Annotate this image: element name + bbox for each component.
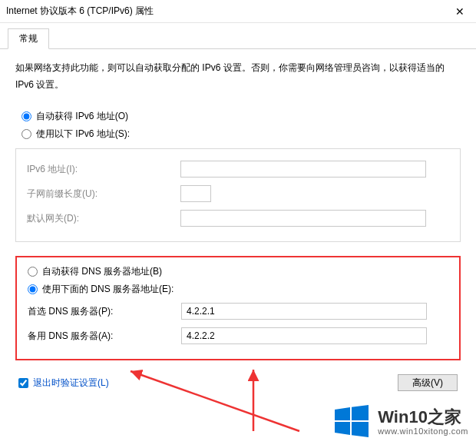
watermark: Win10之家 www.win10xitong.com bbox=[333, 403, 468, 440]
radio-manual-dns[interactable] bbox=[28, 284, 38, 294]
radio-auto-dns-label: 自动获得 DNS 服务器地址(B) bbox=[42, 265, 162, 278]
prefix-length-label: 子网前缀长度(U): bbox=[27, 187, 180, 201]
validate-on-exit-checkbox[interactable] bbox=[18, 378, 28, 388]
advanced-button[interactable]: 高级(V) bbox=[398, 374, 458, 391]
ipv6-address-input bbox=[180, 161, 426, 178]
validate-on-exit-row[interactable]: 退出时验证设置(L) bbox=[18, 377, 109, 390]
field-default-gateway: 默认网关(D): bbox=[27, 206, 449, 231]
watermark-title: Win10之家 bbox=[378, 408, 468, 426]
content-area: 如果网络支持此功能，则可以自动获取分配的 IPv6 设置。否则，你需要向网络管理… bbox=[0, 49, 476, 399]
tab-strip: 常规 bbox=[0, 23, 476, 49]
close-icon: ✕ bbox=[455, 5, 464, 18]
radio-auto-dns[interactable] bbox=[28, 267, 38, 277]
alternate-dns-input[interactable] bbox=[181, 327, 427, 344]
svg-marker-2 bbox=[335, 407, 350, 420]
watermark-url: www.win10xitong.com bbox=[378, 426, 468, 436]
titlebar: Internet 协议版本 6 (TCP/IPv6) 属性 ✕ bbox=[0, 0, 476, 23]
field-prefix-length: 子网前缀长度(U): bbox=[27, 181, 449, 206]
radio-auto-ip-row: 自动获得 IPv6 地址(O) bbox=[21, 108, 461, 126]
default-gateway-label: 默认网关(D): bbox=[27, 212, 180, 225]
footer-row: 退出时验证设置(L) 高级(V) bbox=[15, 374, 461, 391]
svg-marker-5 bbox=[352, 422, 369, 437]
default-gateway-input bbox=[180, 210, 426, 227]
radio-auto-ip-label: 自动获得 IPv6 地址(O) bbox=[36, 110, 128, 123]
field-alternate-dns: 备用 DNS 服务器(A): bbox=[28, 324, 448, 348]
ip-group: IPv6 地址(I): 子网前缀长度(U): 默认网关(D): bbox=[15, 148, 461, 242]
alternate-dns-label: 备用 DNS 服务器(A): bbox=[28, 330, 181, 343]
watermark-text: Win10之家 www.win10xitong.com bbox=[378, 408, 468, 436]
field-ipv6-address: IPv6 地址(I): bbox=[27, 157, 449, 181]
radio-auto-ip[interactable] bbox=[21, 111, 31, 121]
radio-manual-ip[interactable] bbox=[21, 129, 31, 139]
radio-manual-ip-label: 使用以下 IPv6 地址(S): bbox=[36, 128, 130, 141]
radio-manual-ip-row: 使用以下 IPv6 地址(S): bbox=[21, 126, 461, 144]
description-text: 如果网络支持此功能，则可以自动获取分配的 IPv6 设置。否则，你需要向网络管理… bbox=[15, 60, 461, 93]
tab-general[interactable]: 常规 bbox=[8, 28, 49, 49]
dns-group: 自动获得 DNS 服务器地址(B) 使用下面的 DNS 服务器地址(E): 首选… bbox=[15, 256, 461, 360]
radio-manual-dns-label: 使用下面的 DNS 服务器地址(E): bbox=[42, 283, 174, 296]
window-title: Internet 协议版本 6 (TCP/IPv6) 属性 bbox=[6, 5, 154, 18]
preferred-dns-label: 首选 DNS 服务器(P): bbox=[28, 305, 181, 318]
svg-marker-3 bbox=[352, 405, 369, 420]
svg-marker-4 bbox=[335, 422, 350, 435]
radio-manual-dns-row: 使用下面的 DNS 服务器地址(E): bbox=[28, 281, 448, 299]
preferred-dns-input[interactable] bbox=[181, 303, 427, 320]
prefix-length-input bbox=[180, 185, 211, 202]
ipv6-address-label: IPv6 地址(I): bbox=[27, 163, 180, 176]
validate-on-exit-label: 退出时验证设置(L) bbox=[33, 377, 109, 390]
close-button[interactable]: ✕ bbox=[444, 0, 476, 23]
field-preferred-dns: 首选 DNS 服务器(P): bbox=[28, 299, 448, 324]
windows-logo-icon bbox=[333, 403, 370, 440]
radio-auto-dns-row: 自动获得 DNS 服务器地址(B) bbox=[28, 264, 448, 281]
